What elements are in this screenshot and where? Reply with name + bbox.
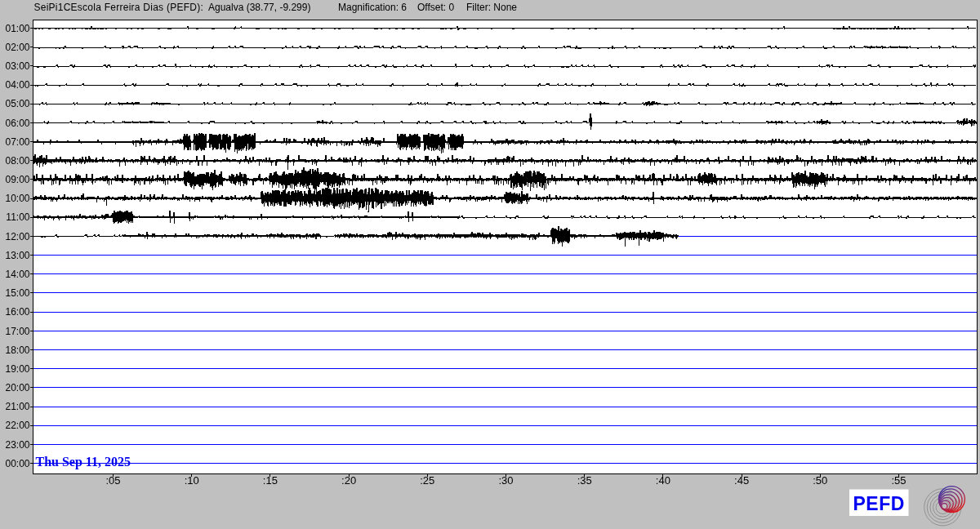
svg-text:Thu Sep 11, 2025: Thu Sep 11, 2025 xyxy=(36,455,131,469)
svg-text:18:00: 18:00 xyxy=(5,345,29,356)
svg-text:Offset: 0: Offset: 0 xyxy=(417,2,454,13)
svg-text:23:00: 23:00 xyxy=(5,439,29,451)
svg-text::15: :15 xyxy=(263,474,278,487)
svg-text::55: :55 xyxy=(891,474,906,487)
svg-text::25: :25 xyxy=(420,474,434,487)
svg-text::50: :50 xyxy=(813,474,827,487)
svg-text::20: :20 xyxy=(341,474,356,487)
svg-text:10:00: 10:00 xyxy=(5,193,29,204)
svg-text::10: :10 xyxy=(185,474,199,487)
svg-text:21:00: 21:00 xyxy=(5,401,29,412)
svg-text:19:00: 19:00 xyxy=(5,363,29,375)
svg-text:13:00: 13:00 xyxy=(5,250,29,261)
svg-text::30: :30 xyxy=(498,474,513,487)
svg-text:02:00: 02:00 xyxy=(5,42,29,53)
svg-text:Magnification: 6: Magnification: 6 xyxy=(338,2,407,13)
svg-text:15:00: 15:00 xyxy=(5,287,29,299)
svg-text:Agualva (38.77, -9.299): Agualva (38.77, -9.299) xyxy=(208,2,310,13)
svg-text::45: :45 xyxy=(734,474,749,487)
svg-text:17:00: 17:00 xyxy=(5,326,29,337)
svg-text:08:00: 08:00 xyxy=(5,155,29,167)
svg-text:11:00: 11:00 xyxy=(6,211,29,223)
svg-text::05: :05 xyxy=(105,474,120,487)
svg-text:06:00: 06:00 xyxy=(5,118,29,129)
svg-text:00:00: 00:00 xyxy=(5,458,29,469)
svg-text:Filter: None: Filter: None xyxy=(466,2,517,13)
svg-text:14:00: 14:00 xyxy=(5,269,29,280)
svg-text:16:00: 16:00 xyxy=(5,306,29,318)
svg-text:SeiPi1CEscola Ferreira Dias (P: SeiPi1CEscola Ferreira Dias (PEFD): xyxy=(34,2,203,13)
svg-text::40: :40 xyxy=(656,474,670,487)
svg-text:22:00: 22:00 xyxy=(5,420,29,431)
svg-text:01:00: 01:00 xyxy=(5,23,29,34)
svg-text:PEFD: PEFD xyxy=(853,493,905,514)
svg-text:12:00: 12:00 xyxy=(5,231,29,242)
svg-text:05:00: 05:00 xyxy=(5,98,29,109)
svg-text:04:00: 04:00 xyxy=(5,79,29,91)
svg-text:03:00: 03:00 xyxy=(5,60,29,72)
svg-text:07:00: 07:00 xyxy=(5,136,29,148)
svg-text:09:00: 09:00 xyxy=(5,174,29,185)
svg-text::35: :35 xyxy=(577,474,592,487)
svg-text:20:00: 20:00 xyxy=(5,382,29,393)
